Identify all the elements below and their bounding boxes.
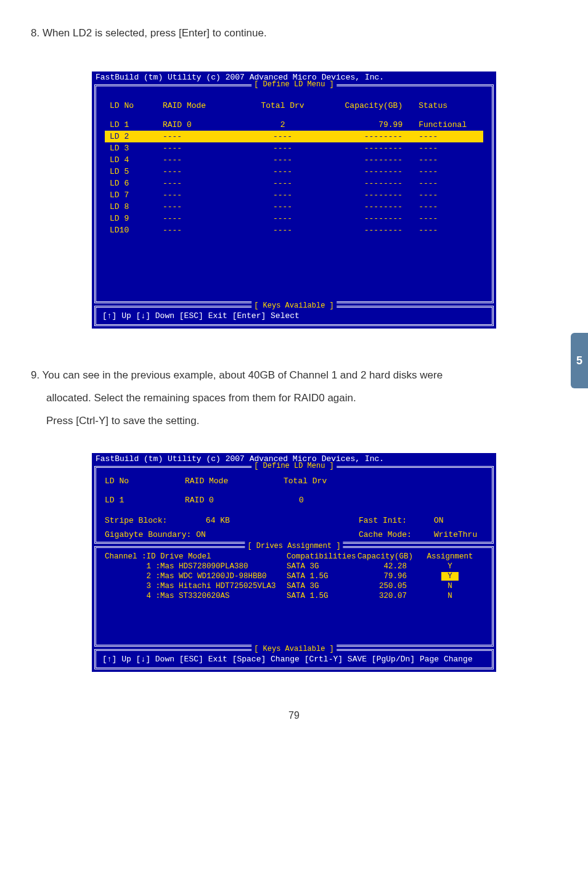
table-row[interactable]: LD 2 ---- ---- -------- ---- (105, 131, 483, 142)
table-row[interactable]: LD 5 ---- ---- -------- ---- (105, 166, 483, 178)
drive-row[interactable]: 2 :Mas WDC WD1200JD-98HBB0 SATA 1.5G 79.… (102, 571, 486, 581)
drive-row[interactable]: 4 :Mas ST3320620AS SATA 1.5G 320.07 N (102, 591, 486, 601)
page-number: 79 (31, 710, 557, 721)
frame-title-define: [ Define LD Menu ] (251, 80, 337, 89)
define-ld-frame-1: [ Define LD Menu ] LD No RAID Mode Total… (94, 84, 494, 303)
table-row[interactable]: LD 6 ---- ---- -------- ---- (105, 178, 483, 189)
giga-row: Gigabyte Boundary: ON Cache Mode: WriteT… (96, 528, 492, 542)
bios-screen-1: FastBuild (tm) Utility (c) 2007 Advanced… (91, 70, 497, 330)
step-8: 8. When LD2 is selected, press [Enter] t… (31, 25, 557, 43)
stripe-row: Stripe Block: 64 KB Fast Init: ON (96, 513, 492, 528)
info-headers: LD No RAID Mode Total Drv (96, 474, 492, 488)
step-9-line3: Press [Ctrl-Y] to save the setting. (31, 412, 557, 430)
keys-frame-1: [ Keys Available ] [↑] Up [↓] Down [ESC]… (94, 306, 494, 326)
table-row[interactable]: LD 3 ---- ---- -------- ---- (105, 142, 483, 154)
define-ld-frame-2: [ Define LD Menu ] LD No RAID Mode Total… (94, 466, 494, 544)
th-raid: RAID Mode (158, 99, 241, 113)
th-ldno: LD No (105, 99, 158, 113)
side-tab: 5 (571, 333, 588, 388)
bios-screen-2: FastBuild (tm) Utility (c) 2007 Advanced… (91, 452, 497, 673)
info-values: LD 1 RAID 0 0 (96, 493, 492, 507)
drive-row[interactable]: 3 :Mas Hitachi HDT725025VLA3 SATA 3G 250… (102, 581, 486, 591)
drive-row[interactable]: 1 :Mas HDS728090PLA380 SATA 3G 42.28 Y (102, 562, 486, 571)
th-total: Total Drv (241, 99, 324, 113)
table-row[interactable]: LD10 ---- ---- -------- ---- (105, 224, 483, 236)
frame-title-define-2: [ Define LD Menu ] (251, 462, 337, 470)
th-cap: Capacity(GB) (324, 99, 407, 113)
keys-title-1: [ Keys Available ] (251, 301, 337, 310)
keys-title-2: [ Keys Available ] (251, 645, 337, 653)
table-row[interactable]: LD 1 RAID 0 2 79.99 Functional (105, 119, 483, 131)
th-status: Status (407, 99, 483, 113)
drives-frame: [ Drives Assignment ] Channel :ID Drive … (94, 546, 494, 647)
table-row[interactable]: LD 4 ---- ---- -------- ---- (105, 154, 483, 166)
keys-frame-2: [ Keys Available ] [↑] Up [↓] Down [ESC]… (94, 649, 494, 669)
table-row[interactable]: LD 8 ---- ---- -------- ---- (105, 201, 483, 213)
ld-table: LD No RAID Mode Total Drv Capacity(GB) S… (105, 92, 483, 298)
table-row[interactable]: LD 7 ---- ---- -------- ---- (105, 189, 483, 201)
keys-legend-2: [↑] Up [↓] Down [ESC] Exit [Space] Chang… (96, 651, 492, 668)
keys-legend-1: [↑] Up [↓] Down [ESC] Exit [Enter] Selec… (96, 308, 492, 324)
table-row[interactable]: LD 9 ---- ---- -------- ---- (105, 213, 483, 224)
drives-title: [ Drives Assignment ] (245, 542, 343, 550)
drive-header-row: Channel :ID Drive Model Compatibilities … (102, 552, 486, 562)
step-9-line2: allocated. Select the remaining spaces f… (31, 390, 557, 407)
step-9-line1: 9. You can see in the previous example, … (31, 367, 557, 385)
